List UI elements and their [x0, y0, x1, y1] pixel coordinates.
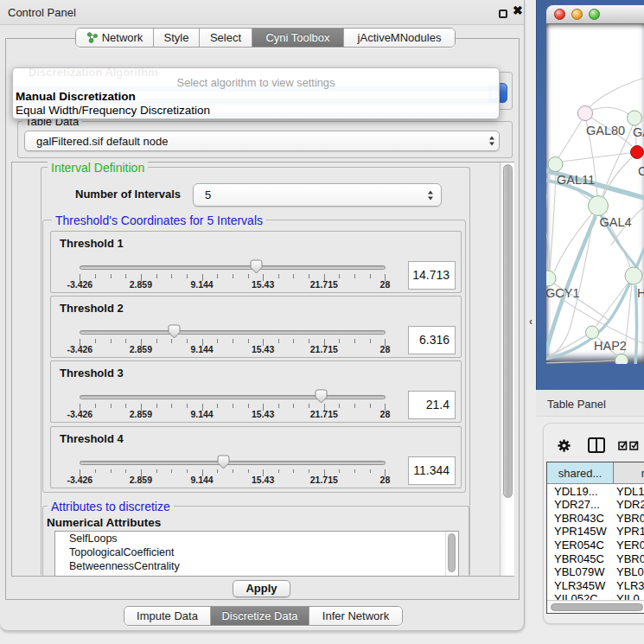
minor-tick — [125, 469, 126, 474]
network-edge[interactable] — [590, 78, 644, 107]
threshold-value-field[interactable]: 21.4 — [408, 391, 456, 419]
threshold-value-field[interactable]: 6.316 — [408, 326, 456, 354]
network-node[interactable] — [615, 354, 628, 365]
bottom-tab-discretize-data[interactable]: Discretize Data — [211, 607, 309, 625]
attribute-item[interactable]: TopologicalCoefficient — [55, 545, 458, 559]
network-titlebar[interactable] — [546, 5, 644, 24]
tab-select[interactable]: Select — [200, 29, 252, 47]
table-panel-bar[interactable]: Table Panel — [536, 390, 644, 417]
cell-name: YBL0 — [616, 565, 644, 579]
minimize-traffic-icon[interactable] — [571, 9, 583, 20]
minor-tick — [339, 404, 340, 408]
minor-tick — [187, 339, 188, 343]
threshold-value-field[interactable]: 11.344 — [408, 456, 456, 485]
cell-name: YDL1 — [616, 485, 644, 499]
table-data-combobox[interactable]: galFiltered.sif default node — [24, 131, 500, 151]
table-row[interactable]: YLR345WYLR3 — [547, 579, 644, 593]
control-panel-titlebar[interactable]: Control Panel ✖ — [0, 0, 524, 25]
zoom-traffic-icon[interactable] — [589, 9, 600, 20]
network-edge[interactable] — [592, 107, 628, 114]
network-node-c[interactable] — [631, 146, 644, 159]
attributes-scrollbar-thumb[interactable] — [448, 533, 456, 572]
tab-jactivemnodules[interactable]: jActiveMNodules — [344, 29, 455, 47]
network-node-ga[interactable] — [628, 111, 642, 125]
tick-label: 15.43 — [252, 409, 274, 419]
attributes-list[interactable]: SelfLoopsTopologicalCoefficientBetweenne… — [54, 531, 459, 577]
network-edge[interactable] — [546, 360, 615, 363]
network-edge[interactable] — [563, 153, 630, 162]
network-canvas[interactable]: GAL80GACGAL11GAL4GCY1HHAP2 — [546, 24, 644, 364]
popup-option-manual[interactable]: Manual Discretization — [16, 90, 136, 103]
network-node-hap2[interactable] — [586, 326, 599, 339]
gear-icon[interactable] — [558, 439, 571, 452]
popup-option-equal[interactable]: Equal Width/Frequency Discretization — [16, 104, 210, 117]
minor-tick — [339, 469, 340, 474]
main-scrollbar[interactable] — [500, 163, 514, 576]
tab-cyni-toolbox[interactable]: Cyni Toolbox — [252, 29, 344, 47]
minor-tick — [156, 339, 157, 343]
slider-thumb[interactable] — [168, 324, 181, 339]
columns-icon[interactable] — [588, 437, 605, 453]
attributes-items: SelfLoopsTopologicalCoefficientBetweenne… — [55, 532, 458, 573]
slider-track[interactable] — [80, 330, 386, 335]
table-row[interactable]: YBR045CYBR0 — [547, 552, 644, 566]
slider-track[interactable] — [80, 395, 386, 399]
minor-tick — [111, 404, 112, 408]
close-traffic-icon[interactable] — [554, 9, 565, 20]
network-node-h[interactable] — [625, 267, 642, 284]
attribute-item[interactable]: BetweennessCentrality — [55, 559, 458, 573]
checkbox-select-all-icon[interactable] — [629, 440, 640, 450]
tick-label: 9.144 — [190, 344, 213, 354]
table-row[interactable]: YBL079WYBL0 — [547, 565, 644, 579]
attribute-item[interactable]: SelfLoops — [55, 532, 458, 545]
minor-tick — [111, 339, 112, 343]
slider-thumb[interactable] — [217, 455, 230, 469]
slider-thumb[interactable] — [250, 259, 263, 274]
network-edge[interactable] — [550, 171, 556, 270]
network-node-label: GCY1 — [546, 286, 580, 300]
network-edge[interactable] — [558, 120, 582, 157]
tab-style[interactable]: Style — [154, 29, 200, 47]
threshold-value-field[interactable]: 14.713 — [408, 261, 456, 290]
bottom-tab-infer-network[interactable]: Infer Network — [309, 607, 402, 625]
table-row[interactable]: YPR145WYPR1 — [547, 525, 644, 539]
minor-tick — [248, 274, 249, 278]
close-icon[interactable]: ✖ — [513, 3, 523, 17]
float-icon[interactable] — [499, 10, 507, 18]
slider-track[interactable] — [80, 265, 386, 270]
network-node-gal80[interactable] — [578, 106, 593, 121]
table-column-header-1[interactable]: shared... — [547, 462, 614, 484]
up-arrow-icon — [489, 137, 494, 140]
split-collapse-icon[interactable]: ‹ — [529, 316, 532, 328]
network-glyph-icon — [86, 32, 99, 43]
network-edge[interactable] — [596, 283, 628, 326]
tab-network[interactable]: Network — [76, 29, 154, 47]
table-hscrollbar[interactable] — [547, 600, 644, 614]
checkbox-select-icon[interactable] — [618, 440, 628, 450]
screen: Control Panel ✖ NetworkStyleSelectCyni T… — [0, 0, 644, 644]
slider-track[interactable] — [80, 461, 386, 465]
table-hscrollbar-thumb[interactable] — [551, 603, 643, 611]
network-node-gal11[interactable] — [548, 157, 563, 172]
attributes-scrollbar[interactable] — [445, 532, 457, 576]
slider-thumb[interactable] — [315, 389, 328, 404]
table-column-header-2[interactable]: na... — [614, 462, 644, 484]
threshold-title: Threshold 2 — [60, 302, 124, 315]
table-row[interactable]: YDL19...YDL1 — [547, 485, 644, 499]
node-table: shared...na... YDL19...YDL1YDR27...YDR2Y… — [546, 462, 644, 614]
cell-name: YBR0 — [616, 512, 644, 526]
minor-tick — [354, 274, 355, 278]
table-row[interactable]: YER054CYER0 — [547, 539, 644, 552]
bottom-tab-impute-data[interactable]: Impute Data — [124, 607, 211, 625]
network-edge[interactable] — [546, 171, 551, 271]
main-scrollbar-thumb[interactable] — [503, 164, 513, 498]
apply-button[interactable]: Apply — [233, 580, 290, 597]
table-row[interactable]: YBR043CYBR0 — [547, 512, 644, 526]
table-row[interactable]: YDR27...YDR2 — [547, 498, 644, 512]
cell-name: YBR0 — [616, 552, 644, 566]
numerical-attributes-label: Numerical Attributes — [47, 516, 161, 529]
minor-tick — [293, 469, 294, 474]
minor-tick — [111, 274, 112, 278]
cell-shared-name: YER054C — [554, 539, 604, 552]
network-node-gal4[interactable] — [589, 196, 609, 216]
